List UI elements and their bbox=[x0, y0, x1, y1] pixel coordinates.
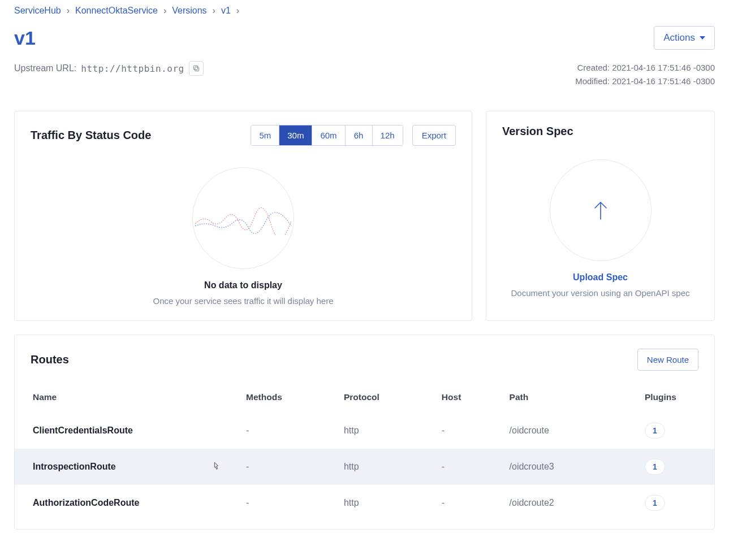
upstream-url: Upstream URL: http://httpbin.org bbox=[14, 61, 204, 76]
time-range-option[interactable]: 12h bbox=[373, 125, 403, 145]
breadcrumb-link[interactable]: KonnectOktaService bbox=[75, 6, 158, 16]
route-protocol-cell: http bbox=[338, 413, 436, 449]
routes-table: Name Methods Protocol Host Path Plugins … bbox=[15, 382, 714, 521]
route-methods-cell: - bbox=[240, 485, 338, 521]
route-name-cell: ClientCredentialsRoute bbox=[15, 413, 240, 449]
table-row[interactable]: IntrospectionRoute-http-/oidcroute31 bbox=[15, 449, 714, 485]
col-path: Path bbox=[504, 382, 639, 413]
route-path-cell: /oidcroute3 bbox=[504, 449, 639, 485]
col-protocol: Protocol bbox=[338, 382, 436, 413]
modified-timestamp: Modified: 2021-04-16 17:51:46 -0300 bbox=[575, 75, 715, 88]
plugin-count-badge[interactable]: 1 bbox=[645, 459, 665, 475]
table-row[interactable]: AuthorizationCodeRoute-http-/oidcroute21 bbox=[15, 485, 714, 521]
route-methods-cell: - bbox=[240, 413, 338, 449]
time-range-option[interactable]: 5m bbox=[251, 125, 279, 145]
timestamps: Created: 2021-04-16 17:51:46 -0300 Modif… bbox=[575, 61, 715, 88]
route-plugins-cell: 1 bbox=[639, 449, 714, 485]
breadcrumb-sep-icon: › bbox=[236, 6, 239, 16]
export-button[interactable]: Export bbox=[412, 125, 456, 146]
plugin-count-badge[interactable]: 1 bbox=[645, 423, 665, 439]
route-host-cell: - bbox=[436, 485, 504, 521]
upstream-url-value: http://httpbin.org bbox=[81, 63, 184, 74]
upload-icon-circle[interactable] bbox=[550, 159, 652, 261]
route-host-cell: - bbox=[436, 449, 504, 485]
traffic-card-title: Traffic By Status Code bbox=[31, 129, 151, 142]
plugin-count-badge[interactable]: 1 bbox=[645, 495, 665, 511]
traffic-card: Traffic By Status Code 5m30m60m6h12h Exp… bbox=[14, 111, 472, 321]
breadcrumb-sep-icon: › bbox=[213, 6, 215, 16]
route-path-cell: /oidcroute2 bbox=[504, 485, 639, 521]
route-protocol-cell: http bbox=[338, 485, 436, 521]
actions-button-label: Actions bbox=[663, 32, 695, 44]
copy-button[interactable] bbox=[189, 61, 204, 76]
time-range-option[interactable]: 30m bbox=[279, 125, 312, 145]
route-plugins-cell: 1 bbox=[639, 413, 714, 449]
created-timestamp: Created: 2021-04-16 17:51:46 -0300 bbox=[575, 61, 715, 75]
breadcrumb: ServiceHub› KonnectOktaService› Versions… bbox=[14, 6, 715, 16]
chevron-down-icon bbox=[700, 36, 705, 40]
pointer-cursor-icon bbox=[212, 462, 220, 472]
svg-rect-1 bbox=[193, 66, 197, 70]
route-path-cell: /oidcroute bbox=[504, 413, 639, 449]
breadcrumb-link[interactable]: ServiceHub bbox=[14, 6, 61, 16]
time-range-option[interactable]: 6h bbox=[346, 125, 373, 145]
upstream-url-label: Upstream URL: bbox=[14, 63, 76, 73]
routes-title: Routes bbox=[31, 353, 69, 366]
col-host: Host bbox=[436, 382, 504, 413]
route-name-cell: AuthorizationCodeRoute bbox=[15, 485, 240, 521]
time-range-selector: 5m30m60m6h12h bbox=[251, 125, 403, 146]
table-row[interactable]: ClientCredentialsRoute-http-/oidcroute1 bbox=[15, 413, 714, 449]
traffic-empty-title: No data to display bbox=[204, 280, 282, 290]
actions-button[interactable]: Actions bbox=[654, 26, 715, 50]
col-methods: Methods bbox=[240, 382, 338, 413]
breadcrumb-link[interactable]: v1 bbox=[221, 6, 231, 16]
traffic-empty-sub: Once your service sees traffic it will d… bbox=[153, 296, 333, 306]
time-range-option[interactable]: 60m bbox=[312, 125, 345, 145]
traffic-placeholder-icon bbox=[192, 167, 294, 269]
version-spec-title: Version Spec bbox=[502, 125, 573, 138]
routes-card: Routes New Route Name Methods Protocol H… bbox=[14, 335, 715, 529]
breadcrumb-sep-icon: › bbox=[67, 6, 70, 16]
svg-rect-0 bbox=[195, 67, 199, 71]
copy-icon bbox=[192, 64, 200, 72]
route-methods-cell: - bbox=[240, 449, 338, 485]
version-spec-sub: Document your version using an OpenAPI s… bbox=[511, 288, 689, 298]
col-name: Name bbox=[15, 382, 240, 413]
col-plugins: Plugins bbox=[639, 382, 714, 413]
new-route-button[interactable]: New Route bbox=[637, 349, 698, 371]
breadcrumb-sep-icon: › bbox=[163, 6, 166, 16]
route-plugins-cell: 1 bbox=[639, 485, 714, 521]
route-name-cell: IntrospectionRoute bbox=[15, 449, 240, 485]
breadcrumb-link[interactable]: Versions bbox=[172, 6, 206, 16]
upload-arrow-icon bbox=[592, 200, 609, 220]
upload-spec-link[interactable]: Upload Spec bbox=[573, 272, 628, 283]
route-host-cell: - bbox=[436, 413, 504, 449]
version-spec-card: Version Spec Upload Spec Document your v… bbox=[486, 111, 715, 321]
page-title: v1 bbox=[14, 27, 36, 49]
route-protocol-cell: http bbox=[338, 449, 436, 485]
